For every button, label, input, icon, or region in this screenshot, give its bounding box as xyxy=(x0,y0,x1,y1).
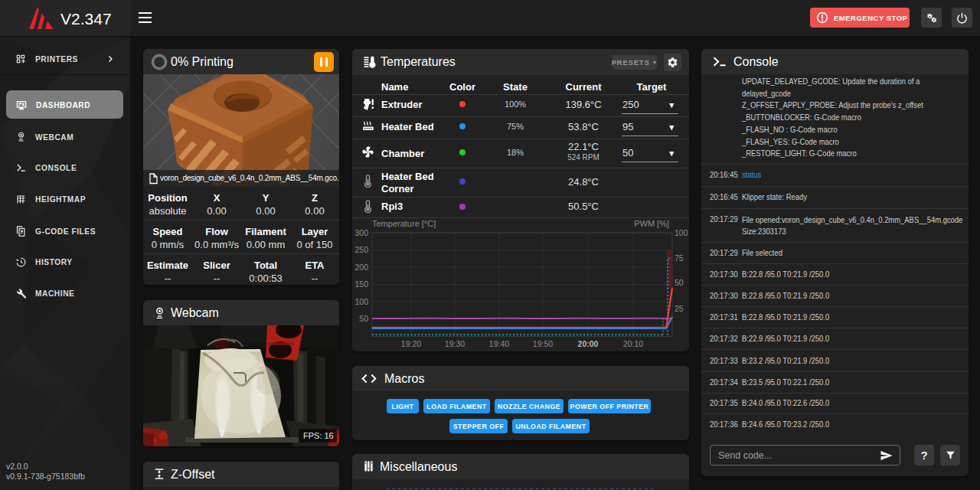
svg-text:19:30: 19:30 xyxy=(445,339,465,348)
svg-text:19:50: 19:50 xyxy=(533,339,553,348)
svg-text:250: 250 xyxy=(354,245,368,254)
svg-text:PWM [%]: PWM [%] xyxy=(634,219,669,228)
svg-text:200: 200 xyxy=(354,263,368,272)
svg-text:19:20: 19:20 xyxy=(401,339,421,348)
svg-text:150: 150 xyxy=(354,279,368,289)
svg-text:100: 100 xyxy=(675,228,688,237)
svg-text:FPS: 16: FPS: 16 xyxy=(303,431,334,440)
svg-text:20:10: 20:10 xyxy=(623,339,643,348)
svg-text:20:00: 20:00 xyxy=(578,339,599,348)
svg-text:100: 100 xyxy=(354,297,368,306)
svg-text:19:40: 19:40 xyxy=(489,339,509,348)
svg-text:75: 75 xyxy=(675,253,684,263)
svg-text:voron_design_cube_v6_0.4n_0.2m: voron_design_cube_v6_0.4n_0.2mm_ABS__54m… xyxy=(160,174,339,182)
svg-text:50: 50 xyxy=(675,278,684,287)
svg-text:25: 25 xyxy=(675,304,684,313)
svg-text:50: 50 xyxy=(359,314,368,323)
svg-text:300: 300 xyxy=(354,228,368,237)
svg-text:Temperature [°C]: Temperature [°C] xyxy=(372,219,436,228)
